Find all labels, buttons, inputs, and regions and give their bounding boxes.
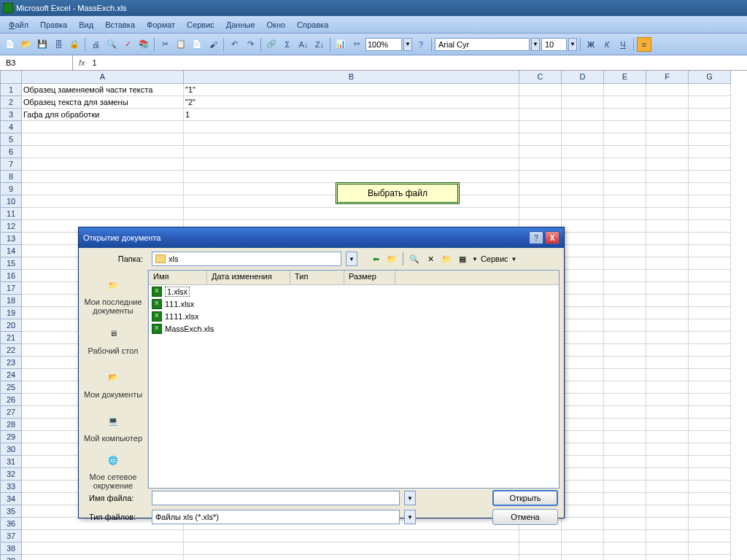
dialog-help-button[interactable]: ? <box>529 231 543 244</box>
tools-menu[interactable]: Сервис <box>481 254 508 263</box>
views-icon[interactable]: ▦ <box>456 252 469 265</box>
cell-E25[interactable] <box>604 381 646 394</box>
col-header-b[interactable]: B <box>184 71 519 84</box>
help-icon[interactable]: ? <box>414 37 428 52</box>
zoom-drop-icon[interactable]: ▼ <box>403 38 412 51</box>
row-header[interactable]: 15 <box>0 257 22 270</box>
cell-A39[interactable] <box>22 555 184 560</box>
new-icon[interactable]: 📄 <box>3 37 18 52</box>
cell-C6[interactable] <box>519 146 562 158</box>
menu-view[interactable]: Вид <box>73 19 99 31</box>
cell-C1[interactable] <box>519 84 562 96</box>
cell-F21[interactable] <box>646 332 689 344</box>
cell-B5[interactable] <box>184 133 519 146</box>
views-drop-icon[interactable]: ▼ <box>472 256 478 262</box>
cell-E39[interactable] <box>604 555 646 560</box>
font-select[interactable]: Arial Cyr <box>435 38 530 51</box>
dialog-titlebar[interactable]: Открытие документа ? X <box>79 228 564 248</box>
cell-E12[interactable] <box>604 220 646 233</box>
size-drop-icon[interactable]: ▼ <box>568 38 577 51</box>
cell-G8[interactable] <box>689 171 731 183</box>
cell-E28[interactable] <box>604 419 646 431</box>
cell-F1[interactable] <box>646 84 689 96</box>
cell-G21[interactable] <box>689 332 731 344</box>
row-header[interactable]: 33 <box>0 481 22 493</box>
cell-G22[interactable] <box>689 344 731 357</box>
cell-G14[interactable] <box>689 245 731 257</box>
cell-G27[interactable] <box>689 406 731 419</box>
col-header-g[interactable]: G <box>689 71 731 84</box>
cell-E2[interactable] <box>604 96 646 109</box>
filename-input[interactable] <box>152 491 400 505</box>
cell-F3[interactable] <box>646 109 689 121</box>
cell-E18[interactable] <box>604 295 646 307</box>
cell-D26[interactable] <box>562 394 604 406</box>
place-mycomputer[interactable]: 💻Мой компьютер <box>79 404 147 448</box>
cell-E35[interactable] <box>604 505 646 518</box>
cell-D36[interactable] <box>562 518 604 530</box>
cell-D7[interactable] <box>562 158 604 171</box>
cell-F12[interactable] <box>646 220 689 233</box>
font-drop-icon[interactable]: ▼ <box>531 38 540 51</box>
row-header[interactable]: 8 <box>0 171 22 183</box>
cell-E27[interactable] <box>604 406 646 419</box>
cell-F22[interactable] <box>646 344 689 357</box>
spell-icon[interactable]: ✓ <box>120 37 135 52</box>
cell-E20[interactable] <box>604 319 646 332</box>
file-list[interactable]: Имя Дата изменения Тип Размер 1.xlsx 111… <box>148 270 560 489</box>
row-header[interactable]: 22 <box>0 344 22 357</box>
cell-E34[interactable] <box>604 493 646 505</box>
cell-C3[interactable] <box>519 109 562 121</box>
row-header[interactable]: 17 <box>0 282 22 295</box>
menu-edit[interactable]: Правка <box>34 19 73 31</box>
save-icon[interactable]: 💾 <box>35 37 50 52</box>
cell-D24[interactable] <box>562 369 604 381</box>
cell-E11[interactable] <box>604 208 646 220</box>
place-mydocs[interactable]: 📂Мои документы <box>79 360 147 404</box>
cell-D31[interactable] <box>562 456 604 468</box>
cell-A6[interactable] <box>22 146 184 158</box>
open-icon[interactable]: 📂 <box>19 37 34 52</box>
folder-combobox[interactable]: xls <box>152 252 341 266</box>
cell-F34[interactable] <box>646 493 689 505</box>
cell-G10[interactable] <box>689 195 731 208</box>
copy-icon[interactable]: 📋 <box>174 37 188 52</box>
cell-G36[interactable] <box>689 518 731 530</box>
cell-F23[interactable] <box>646 357 689 369</box>
cell-D29[interactable] <box>562 431 604 443</box>
col-size[interactable]: Размер <box>344 271 395 284</box>
row-header[interactable]: 27 <box>0 406 22 419</box>
cell-C8[interactable] <box>519 171 562 183</box>
tools-drop-icon[interactable]: ▼ <box>511 256 517 262</box>
row-header[interactable]: 39 <box>0 555 22 560</box>
cell-G9[interactable] <box>689 183 731 195</box>
cell-B11[interactable] <box>184 208 519 220</box>
row-header[interactable]: 31 <box>0 456 22 468</box>
cell-D2[interactable] <box>562 96 604 109</box>
cell-E24[interactable] <box>604 369 646 381</box>
cell-D1[interactable] <box>562 84 604 96</box>
cell-G28[interactable] <box>689 419 731 431</box>
cell-E15[interactable] <box>604 257 646 270</box>
file-row[interactable]: 111.xlsx <box>149 298 559 310</box>
cell-D22[interactable] <box>562 344 604 357</box>
col-name[interactable]: Имя <box>149 271 207 284</box>
cell-F17[interactable] <box>646 282 689 295</box>
cell-G30[interactable] <box>689 443 731 456</box>
cell-G37[interactable] <box>689 530 731 542</box>
cell-F36[interactable] <box>646 518 689 530</box>
cell-A1[interactable]: Образец заменяемой части текста <box>22 84 184 96</box>
zoom-select[interactable]: 100% <box>365 38 402 51</box>
cell-G12[interactable] <box>689 220 731 233</box>
dialog-close-button[interactable]: X <box>545 231 560 244</box>
cell-A38[interactable] <box>22 542 184 555</box>
research-icon[interactable]: 📚 <box>136 37 151 52</box>
cell-D6[interactable] <box>562 146 604 158</box>
cell-E33[interactable] <box>604 481 646 493</box>
menu-data[interactable]: Данные <box>220 19 261 31</box>
cell-E37[interactable] <box>604 530 646 542</box>
col-header-a[interactable]: A <box>22 71 184 84</box>
row-header[interactable]: 18 <box>0 295 22 307</box>
row-header[interactable]: 5 <box>0 133 22 146</box>
cell-F39[interactable] <box>646 555 689 560</box>
